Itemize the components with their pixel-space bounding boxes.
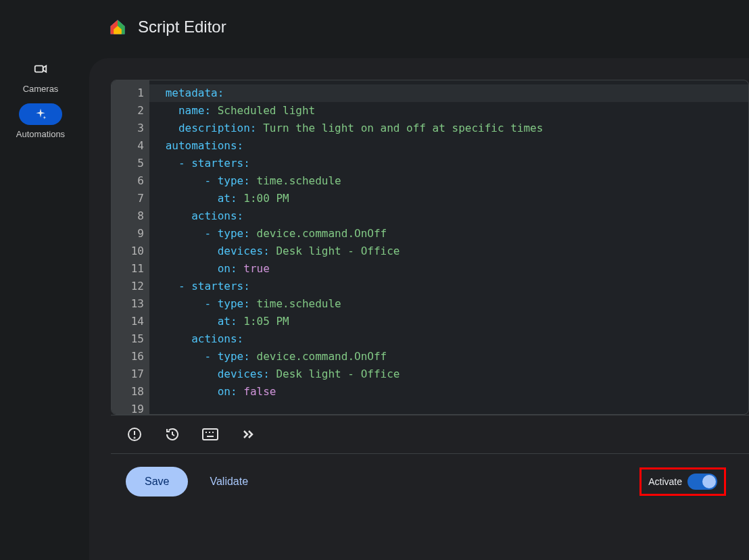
editor-toolbar	[111, 415, 749, 454]
svg-point-3	[135, 438, 135, 438]
sidebar-item-automations[interactable]: Automations	[0, 103, 81, 139]
google-home-icon	[108, 18, 127, 36]
error-icon[interactable]	[126, 426, 143, 443]
camera-icon	[19, 58, 62, 80]
history-icon[interactable]	[164, 426, 181, 443]
save-button[interactable]: Save	[126, 467, 188, 497]
activate-label: Activate	[648, 476, 682, 487]
code-area[interactable]: 123 456 789 101112 131415 161718 19 meta…	[112, 80, 748, 414]
validate-button[interactable]: Validate	[206, 475, 252, 488]
svg-rect-4	[203, 429, 218, 440]
code-content[interactable]: metadata: name: Scheduled light descript…	[149, 80, 748, 414]
chevron-double-right-icon[interactable]	[239, 426, 257, 443]
sidebar-item-cameras[interactable]: Cameras	[0, 58, 81, 94]
keyboard-icon[interactable]	[201, 426, 219, 443]
sidebar: Cameras Automations	[0, 58, 81, 139]
sparkle-icon	[19, 103, 62, 125]
sidebar-item-label: Cameras	[23, 84, 59, 94]
header: Script Editor	[108, 14, 226, 41]
activate-toggle[interactable]	[687, 474, 717, 490]
page-title: Script Editor	[138, 18, 226, 36]
code-editor[interactable]: 123 456 789 101112 131415 161718 19 meta…	[111, 80, 749, 415]
activate-highlight: Activate	[639, 467, 726, 496]
toggle-knob	[702, 475, 716, 488]
line-number-gutter: 123 456 789 101112 131415 161718 19	[112, 80, 149, 414]
svg-rect-0	[35, 66, 43, 72]
sidebar-item-label: Automations	[16, 129, 65, 139]
action-bar: Save Validate Activate	[111, 454, 749, 509]
main-panel: 123 456 789 101112 131415 161718 19 meta…	[89, 58, 749, 560]
